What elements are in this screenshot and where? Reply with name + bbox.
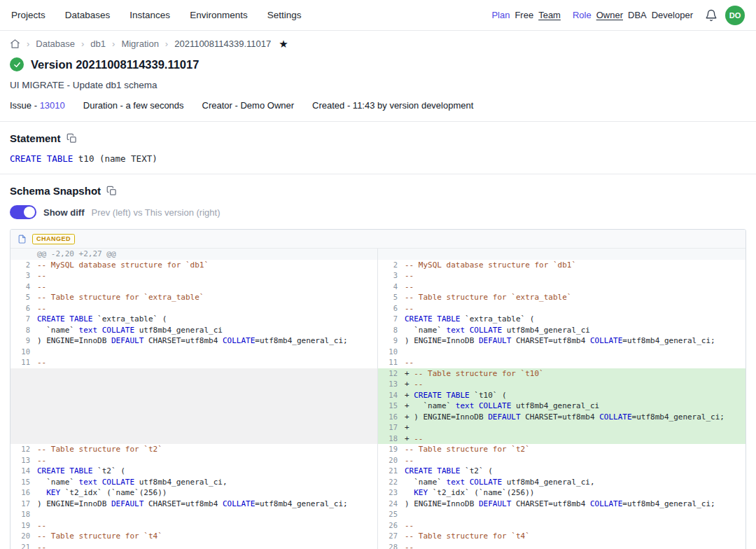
plan-upgrade-link[interactable]: Team [538,10,561,20]
meta-issue: Issue - 13010 [10,100,65,111]
meta-creator: Creator - Demo Owner [202,100,294,111]
role-developer-link[interactable]: Developer [652,10,693,20]
diff-row: 20-- Table structure for `t4`27-- Table … [10,531,746,542]
breadcrumb-separator: › [81,39,84,49]
migration-subtitle: UI MIGRATE - Update db1 schema [10,80,746,90]
meta-duration: Duration - a few seconds [83,100,184,111]
diff-row: 15 `name` text COLLATE utf8mb4_general_c… [10,477,746,488]
diff-row: 3--3-- [10,270,746,282]
breadcrumb: › Database › db1 › Migration › 202110081… [10,39,746,49]
avatar[interactable]: DO [725,6,745,25]
home-icon[interactable] [10,39,20,49]
hunk-header-row: @@ -2,20 +2,27 @@ [10,249,746,260]
diff-row: 19--26-- [10,520,746,531]
nav-environments[interactable]: Environments [190,10,248,20]
breadcrumb-separator: › [165,39,168,49]
show-diff-label: Show diff [43,207,85,218]
show-diff-toggle[interactable] [10,205,36,219]
diff-row: 16+ ) ENGINE=InnoDB DEFAULT CHARSET=utf8… [10,412,746,423]
statement-sql: CREATE TABLE t10 (name TEXT) [10,153,746,164]
diff-row: 12-- Table structure for `t2`19-- Table … [10,444,746,455]
statement-header: Statement [10,122,746,144]
main-nav: Projects Databases Instances Environment… [11,10,301,20]
page-title: Version 20211008114339.11017 [31,58,199,71]
bell-icon [705,9,718,22]
diff-note: Prev (left) vs This version (right) [92,207,220,218]
plan-label: Plan [491,10,510,20]
top-nav: Projects Databases Instances Environment… [0,0,756,31]
role-dba-link[interactable]: DBA [628,10,647,20]
nav-databases[interactable]: Databases [65,10,111,20]
copy-snapshot-button[interactable] [106,186,117,196]
diff-row: 2-- MySQL database structure for `db1`2-… [10,260,746,271]
copy-statement-button[interactable] [66,133,77,144]
diff-row: 1010 [10,347,746,358]
toggle-knob [24,207,35,218]
diff-row: 12+ -- Table structure for `t10` [10,368,746,380]
diff-row: 8 `name` text COLLATE utf8mb4_general_ci… [10,325,746,336]
diff-row: 6--6-- [10,303,746,314]
meta-row: Issue - 13010 Duration - a few seconds C… [10,100,746,111]
issue-link[interactable]: 13010 [40,100,65,111]
diff-toggle-row: Show diff Prev (left) vs This version (r… [10,205,746,219]
diff-editor[interactable]: 2-- MySQL database structure for `db1`2-… [10,260,746,549]
success-check-icon [10,57,24,71]
copy-icon [106,186,117,196]
role-label: Role [573,10,592,20]
diff-row: 13--20-- [10,455,746,466]
diff-row: 17) ENGINE=InnoDB DEFAULT CHARSET=utf8mb… [10,499,746,510]
diff-row: 1825 [10,509,746,520]
statement-title: Statement [10,132,61,144]
schema-diff-panel: CHANGED @@ -2,20 +2,27 @@ 2-- MySQL data… [10,229,746,549]
copy-icon [66,133,77,144]
breadcrumb-db1[interactable]: db1 [90,39,106,49]
breadcrumb-separator: › [112,39,115,49]
breadcrumb-separator: › [27,39,29,49]
diff-row: 15+ `name` text COLLATE utf8mb4_general_… [10,401,746,412]
diff-row: 9) ENGINE=InnoDB DEFAULT CHARSET=utf8mb4… [10,335,746,347]
diff-row: 13+ -- [10,379,746,390]
breadcrumb-migration[interactable]: Migration [121,39,158,49]
snapshot-title: Schema Snapshot [10,185,101,197]
role-owner-link[interactable]: Owner [596,10,623,20]
changed-badge: CHANGED [32,234,75,244]
diff-row: 16 KEY `t2_idx` (`name`(256))23 KEY `t2_… [10,487,746,499]
meta-created: Created - 11:43 by version development [312,100,473,111]
nav-instances[interactable]: Instances [130,10,170,20]
plan-current: Free [514,10,533,20]
favorite-star-icon[interactable]: ★ [277,39,289,49]
nav-settings[interactable]: Settings [267,10,302,20]
diff-row: 14CREATE TABLE `t2` (21CREATE TABLE `t2`… [10,466,746,477]
hunk-header: @@ -2,20 +2,27 @@ [37,249,377,260]
diff-panel-header: CHANGED [10,230,746,249]
diff-row: 7CREATE TABLE `extra_table` (7CREATE TAB… [10,314,746,325]
notifications-button[interactable] [705,9,718,22]
nav-projects[interactable]: Projects [11,10,46,20]
diff-row: 18+ -- [10,433,746,445]
diff-row: 11--11-- [10,357,746,368]
breadcrumb-version[interactable]: 20211008114339.11017 [174,39,271,49]
diff-row: 4--4-- [10,282,746,293]
version-header: Version 20211008114339.11017 [10,57,746,71]
account-area: Plan Free Team Role Owner DBA Developer … [491,6,745,25]
diff-row: 14+ CREATE TABLE `t10` ( [10,390,746,401]
diff-row: 21--28-- [10,542,746,549]
snapshot-header: Schema Snapshot [10,174,746,197]
diff-row: 5-- Table structure for `extra_table`5--… [10,292,746,303]
breadcrumb-database[interactable]: Database [36,39,75,49]
diff-row: 17+ [10,422,746,433]
file-icon [18,234,27,244]
